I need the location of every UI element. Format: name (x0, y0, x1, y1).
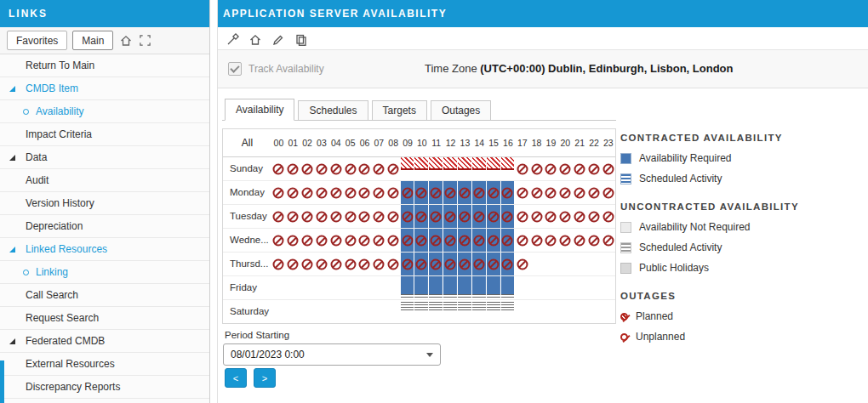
availability-cell[interactable] (315, 276, 329, 299)
availability-cell[interactable] (300, 276, 315, 299)
availability-cell[interactable] (386, 229, 401, 252)
hour-label-12[interactable]: 12 (443, 138, 458, 148)
hour-label-09[interactable]: 09 (401, 138, 415, 148)
hour-label-02[interactable]: 02 (300, 138, 315, 148)
availability-cell[interactable] (487, 300, 501, 323)
availability-cell[interactable] (515, 181, 529, 204)
availability-cell[interactable] (573, 253, 587, 275)
sidebar-item-federated-cmdb[interactable]: Federated CMDB (0, 330, 209, 353)
availability-cell[interactable] (501, 300, 516, 323)
availability-cell[interactable] (357, 276, 372, 299)
availability-cell[interactable] (587, 157, 602, 180)
availability-cell[interactable] (286, 181, 300, 204)
tab-targets[interactable]: Targets (372, 100, 427, 121)
sidebar-item-return-to-main[interactable]: Return To Main (0, 54, 209, 77)
availability-cell[interactable] (300, 205, 315, 228)
sidebar-item-audit[interactable]: Audit (0, 169, 209, 192)
availability-cell[interactable] (472, 229, 487, 252)
availability-cell[interactable] (372, 205, 386, 228)
availability-cell[interactable] (443, 205, 458, 228)
availability-cell[interactable] (401, 157, 415, 180)
availability-cell[interactable] (315, 229, 329, 252)
availability-cell[interactable] (315, 157, 329, 180)
availability-cell[interactable] (271, 157, 286, 180)
availability-cell[interactable] (601, 229, 615, 252)
availability-cell[interactable] (515, 205, 529, 228)
availability-cell[interactable] (343, 229, 357, 252)
availability-cell[interactable] (573, 229, 587, 252)
availability-cell[interactable] (587, 276, 602, 299)
sidebar-item-version-history[interactable]: Version History (0, 192, 209, 215)
pin-icon[interactable] (225, 32, 240, 48)
availability-cell[interactable] (300, 300, 315, 323)
availability-cell[interactable] (328, 276, 343, 299)
hour-label-19[interactable]: 19 (544, 138, 558, 148)
sidebar-item-impact-criteria[interactable]: Impact Criteria (0, 123, 209, 146)
availability-cell[interactable] (515, 300, 529, 323)
sidebar-item-external-resources[interactable]: External Resources (0, 353, 209, 376)
availability-cell[interactable] (601, 253, 615, 275)
availability-cell[interactable] (501, 276, 516, 299)
availability-cell[interactable] (573, 276, 587, 299)
availability-cell[interactable] (414, 253, 429, 275)
hour-label-17[interactable]: 17 (515, 138, 529, 148)
availability-cell[interactable] (386, 300, 401, 323)
availability-cell[interactable] (443, 181, 458, 204)
availability-cell[interactable] (343, 181, 357, 204)
availability-cell[interactable] (472, 276, 487, 299)
availability-cell[interactable] (472, 181, 487, 204)
availability-cell[interactable] (328, 181, 343, 204)
availability-cell[interactable] (458, 181, 472, 204)
availability-cell[interactable] (558, 253, 573, 275)
availability-cell[interactable] (414, 276, 429, 299)
availability-cell[interactable] (515, 229, 529, 252)
availability-cell[interactable] (315, 205, 329, 228)
availability-cell[interactable] (328, 157, 343, 180)
availability-cell[interactable] (544, 205, 558, 228)
availability-cell[interactable] (587, 229, 602, 252)
availability-cell[interactable] (458, 229, 472, 252)
availability-cell[interactable] (328, 253, 343, 275)
availability-cell[interactable] (487, 253, 501, 275)
sidebar-item-discrepancy-reports[interactable]: Discrepancy Reports (0, 376, 209, 399)
availability-cell[interactable] (372, 181, 386, 204)
availability-cell[interactable] (443, 276, 458, 299)
availability-cell[interactable] (286, 300, 300, 323)
hour-label-15[interactable]: 15 (487, 138, 501, 148)
next-period-button[interactable]: > (254, 368, 276, 388)
availability-cell[interactable] (573, 157, 587, 180)
availability-cell[interactable] (529, 300, 544, 323)
hour-label-16[interactable]: 16 (501, 138, 516, 148)
availability-cell[interactable] (300, 253, 315, 275)
hour-label-08[interactable]: 08 (386, 138, 401, 148)
availability-cell[interactable] (487, 205, 501, 228)
availability-cell[interactable] (487, 276, 501, 299)
tab-schedules[interactable]: Schedules (298, 100, 368, 121)
availability-cell[interactable] (501, 157, 516, 180)
availability-cell[interactable] (544, 157, 558, 180)
sidebar-item-data[interactable]: Data (0, 146, 209, 169)
availability-cell[interactable] (286, 276, 300, 299)
availability-cell[interactable] (372, 300, 386, 323)
availability-cell[interactable] (372, 253, 386, 275)
availability-cell[interactable] (343, 157, 357, 180)
availability-cell[interactable] (401, 229, 415, 252)
availability-cell[interactable] (414, 157, 429, 180)
availability-cell[interactable] (343, 253, 357, 275)
availability-cell[interactable] (601, 276, 615, 299)
availability-cell[interactable] (587, 253, 602, 275)
availability-cell[interactable] (601, 205, 615, 228)
availability-cell[interactable] (271, 300, 286, 323)
home-icon[interactable] (248, 32, 263, 48)
availability-cell[interactable] (414, 229, 429, 252)
availability-cell[interactable] (458, 157, 472, 180)
availability-cell[interactable] (429, 300, 443, 323)
availability-cell[interactable] (558, 229, 573, 252)
availability-cell[interactable] (357, 253, 372, 275)
availability-cell[interactable] (501, 253, 516, 275)
sidebar-item-depreciation[interactable]: Depreciation (0, 215, 209, 238)
availability-cell[interactable] (529, 253, 544, 275)
availability-cell[interactable] (529, 205, 544, 228)
availability-cell[interactable] (357, 157, 372, 180)
hour-label-14[interactable]: 14 (472, 138, 487, 148)
